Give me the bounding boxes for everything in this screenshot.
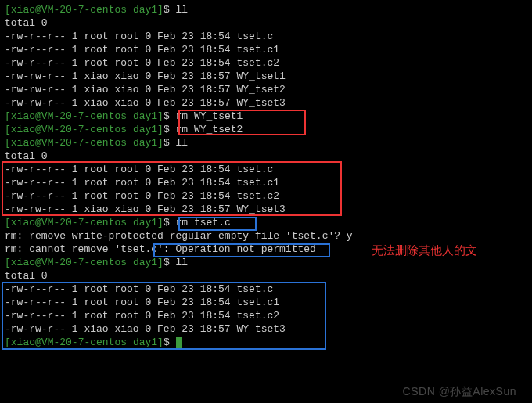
file-row: -rw-r--r-- 1 root root 0 Feb 23 18:54 ts… (5, 176, 527, 189)
file-row: -rw-r--r-- 1 root root 0 Feb 23 18:54 ts… (5, 43, 527, 56)
file-row: -rw-rw-r-- 1 xiao xiao 0 Feb 23 18:57 WY… (5, 96, 527, 110)
terminal[interactable]: [xiao@VM-20-7-centos day1]$ ll total 0 -… (5, 3, 527, 349)
file-row: -rw-r--r-- 1 root root 0 Feb 23 18:54 ts… (5, 296, 527, 309)
annotation-text: 无法删除其他人的文 (372, 243, 477, 257)
prompt-line: [xiao@VM-20-7-centos day1]$ ll (5, 136, 527, 149)
cursor-icon (176, 337, 182, 348)
file-row: -rw-rw-r-- 1 xiao xiao 0 Feb 23 18:57 WY… (5, 83, 527, 96)
file-row: -rw-rw-r-- 1 xiao xiao 0 Feb 23 18:57 WY… (5, 70, 527, 83)
watermark: CSDN @孙益AlexSun (403, 385, 516, 398)
prompt-line: [xiao@VM-20-7-centos day1]$ rm tset.c (5, 216, 527, 229)
file-row: -rw-r--r-- 1 root root 0 Feb 23 18:54 ts… (5, 30, 527, 43)
file-row: -rw-r--r-- 1 root root 0 Feb 23 18:54 ts… (5, 56, 527, 70)
file-row: -rw-r--r-- 1 root root 0 Feb 23 18:54 ts… (5, 189, 527, 203)
total-line: total 0 (5, 149, 527, 163)
prompt-line: [xiao@VM-20-7-centos day1]$ ll (5, 3, 527, 16)
prompt-line: [xiao@VM-20-7-centos day1]$ rm WY_tset2 (5, 123, 527, 136)
file-row: -rw-r--r-- 1 root root 0 Feb 23 18:54 ts… (5, 309, 527, 322)
prompt-line: [xiao@VM-20-7-centos day1]$ (5, 336, 527, 349)
file-row: -rw-r--r-- 1 root root 0 Feb 23 18:54 ts… (5, 282, 527, 296)
prompt-line: [xiao@VM-20-7-centos day1]$ ll (5, 256, 527, 269)
prompt-line: [xiao@VM-20-7-centos day1]$ rm WY_tset1 (5, 110, 527, 123)
total-line: total 0 (5, 269, 527, 282)
file-row: -rw-rw-r-- 1 xiao xiao 0 Feb 23 18:57 WY… (5, 203, 527, 216)
total-line: total 0 (5, 16, 527, 30)
rm-confirm: rm: remove write-protected regular empty… (5, 229, 527, 243)
file-row: -rw-rw-r-- 1 xiao xiao 0 Feb 23 18:57 WY… (5, 322, 527, 336)
file-row: -rw-r--r-- 1 root root 0 Feb 23 18:54 ts… (5, 163, 527, 176)
